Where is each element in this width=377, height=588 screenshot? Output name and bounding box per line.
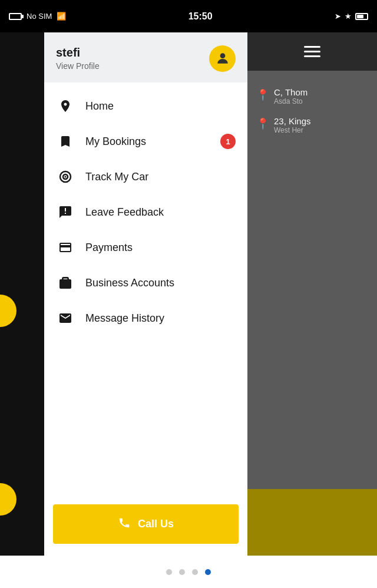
- bg-right-bottom: [247, 489, 377, 556]
- dots-navigation: [0, 556, 377, 588]
- svg-point-3: [65, 176, 67, 178]
- card-icon: [56, 240, 75, 255]
- hamburger-menu[interactable]: [247, 32, 377, 71]
- menu-item-payments[interactable]: Payments: [44, 230, 247, 265]
- menu-item-home[interactable]: Home: [44, 88, 247, 124]
- menu-label-my-bookings: My Bookings: [85, 136, 146, 148]
- bg-right-panel: We w FAVO 📍 C, Thom Asda Sto 📍 23, Kings…: [247, 32, 377, 556]
- dot-1[interactable]: [166, 569, 172, 575]
- menu-label-business-accounts: Business Accounts: [85, 277, 174, 289]
- call-us-label: Call Us: [138, 518, 174, 530]
- bg-loc-info-2: 23, Kings West Her: [274, 116, 311, 134]
- menu-item-business-accounts[interactable]: Business Accounts: [44, 265, 247, 300]
- status-time: 15:50: [188, 11, 213, 22]
- envelope-icon: [56, 311, 75, 325]
- avatar[interactable]: [209, 45, 236, 72]
- menu-list: Home My Bookings 1 Track My Car: [44, 82, 247, 498]
- hamburger-line-2: [304, 51, 320, 52]
- hamburger-line-3: [304, 55, 320, 57]
- menu-label-message-history: Message History: [85, 312, 164, 325]
- hamburger-line-1: [304, 46, 320, 48]
- home-pin-icon: [56, 99, 75, 113]
- bg-loc-name-1: C, Thom: [274, 87, 307, 97]
- bluetooth-icon: ★: [345, 12, 352, 21]
- bg-loc-name-2: 23, Kings: [274, 116, 311, 126]
- view-profile-link[interactable]: View Profile: [56, 61, 209, 71]
- dot-4-active[interactable]: [205, 569, 211, 575]
- user-name: stefi: [56, 46, 209, 60]
- pin-icon-1: 📍: [256, 88, 269, 101]
- hamburger-icon: [304, 46, 320, 57]
- bg-location-2: 📍 23, Kings West Her: [256, 116, 368, 134]
- briefcase-icon: [56, 276, 75, 290]
- menu-label-leave-feedback: Leave Feedback: [85, 206, 164, 219]
- menu-item-leave-feedback[interactable]: Leave Feedback: [44, 194, 247, 230]
- bookings-badge: 1: [220, 134, 236, 149]
- bookmark-icon: [56, 134, 75, 148]
- location-arrow-icon: ➤: [335, 12, 341, 21]
- status-left: No SIM 📶: [9, 12, 66, 21]
- feedback-icon: [56, 205, 75, 219]
- user-info: stefi View Profile: [56, 46, 209, 71]
- call-us-button[interactable]: Call Us: [53, 504, 239, 544]
- menu-label-track-my-car: Track My Car: [85, 171, 148, 183]
- bg-loc-sub-2: West Her: [274, 126, 311, 134]
- menu-label-home: Home: [85, 100, 114, 113]
- menu-label-payments: Payments: [85, 242, 133, 254]
- wifi-icon: 📶: [57, 12, 66, 21]
- target-icon: [56, 170, 75, 184]
- pin-icon-2: 📍: [256, 117, 269, 130]
- status-right: ➤ ★: [335, 12, 368, 21]
- drawer-header: stefi View Profile: [44, 32, 247, 82]
- avatar-icon: [215, 51, 230, 66]
- bg-loc-info-1: C, Thom Asda Sto: [274, 87, 307, 105]
- menu-item-track-my-car[interactable]: Track My Car: [44, 159, 247, 194]
- battery-right-icon: [355, 13, 368, 20]
- battery-fill: [357, 15, 363, 18]
- phone-icon: [118, 516, 131, 532]
- battery-left-icon: [9, 13, 22, 20]
- no-sim-label: No SIM: [27, 12, 52, 21]
- status-bar: No SIM 📶 15:50 ➤ ★: [0, 0, 377, 32]
- dot-2[interactable]: [179, 569, 185, 575]
- menu-item-message-history[interactable]: Message History: [44, 300, 247, 336]
- left-strip: [0, 32, 44, 556]
- bg-loc-sub-1: Asda Sto: [274, 97, 307, 105]
- dot-3[interactable]: [192, 569, 198, 575]
- svg-point-0: [220, 53, 225, 58]
- bg-location-1: 📍 C, Thom Asda Sto: [256, 87, 368, 105]
- menu-item-my-bookings[interactable]: My Bookings 1: [44, 124, 247, 159]
- drawer-panel: stefi View Profile Home: [44, 32, 247, 556]
